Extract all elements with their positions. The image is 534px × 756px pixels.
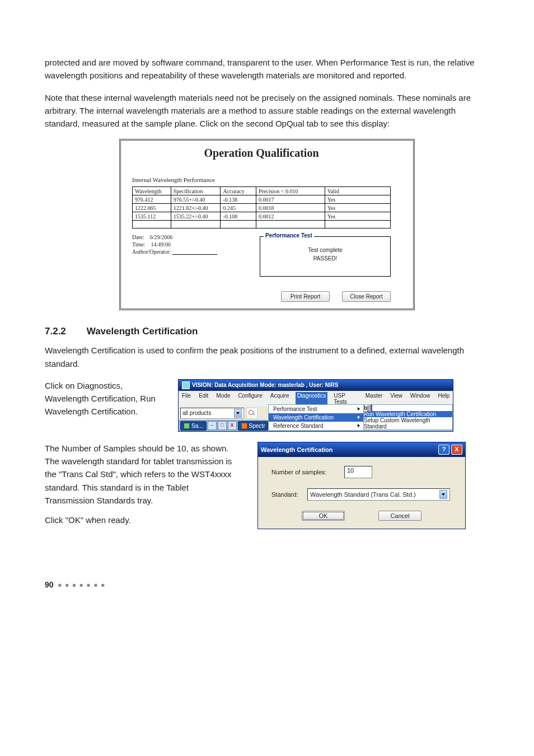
- products-combo[interactable]: all products: [180, 408, 244, 419]
- table-row: 1222.065 1221.82+/-0.40 0.245 0.0018 Yes: [133, 204, 391, 212]
- page-number: 90: [45, 580, 54, 589]
- menu-acquire[interactable]: Acquire: [269, 392, 291, 405]
- samples-label: Number of samples:: [271, 469, 344, 475]
- menu-mode[interactable]: Mode: [214, 392, 232, 405]
- menu-diagnostics[interactable]: Diagnostics: [296, 392, 328, 405]
- vision-title-text: VISION: Data Acquisition Mode: masterlab…: [192, 382, 338, 388]
- table-row: [133, 221, 391, 228]
- search-iconbtn[interactable]: [246, 408, 257, 419]
- minimize-icon[interactable]: –: [208, 421, 217, 430]
- tab-sa[interactable]: Sa...: [180, 421, 207, 431]
- ok-button[interactable]: OK: [302, 511, 345, 521]
- author-underline: [172, 254, 217, 255]
- menu-configure[interactable]: Configure: [236, 392, 264, 405]
- th-accuracy: Accuracy: [221, 187, 256, 195]
- wcert-title: Wavelength Certification: [261, 446, 333, 453]
- submenu-wavelength-certification[interactable]: Wavelength Certification: [269, 413, 369, 422]
- menu-window[interactable]: Window: [409, 392, 432, 405]
- click-path-text: Click on Diagnostics, Wavelength Certifi…: [45, 379, 162, 418]
- date-label: Date:: [132, 234, 144, 240]
- wcert-submenu: b| Run Wavelength Certification Setup Cu…: [363, 404, 453, 430]
- standard-label: Standard:: [271, 491, 307, 498]
- vision-window: VISION: Data Acquisition Mode: masterlab…: [178, 379, 453, 432]
- submenu-performance-test[interactable]: Performance Test: [269, 405, 369, 413]
- chevron-right-icon: [358, 416, 360, 419]
- samples-input[interactable]: 10: [344, 466, 372, 478]
- vision-toolbar: all products Performance Test Wavelength…: [179, 407, 453, 420]
- menu-usp-tests[interactable]: USP Tests: [332, 392, 359, 405]
- th-wavelength: Wavelength: [133, 187, 171, 195]
- menu-view[interactable]: View: [388, 392, 404, 405]
- intro-paragraph-1: protected and are moved by software comm…: [45, 56, 489, 82]
- print-report-button[interactable]: Print Report: [281, 291, 330, 302]
- wcert-dialog: Wavelength Certification ? X Number of s…: [257, 442, 466, 529]
- tab-icon: [241, 423, 247, 429]
- wcert-titlebar: Wavelength Certification ? X: [258, 442, 465, 457]
- date-value: 6/29/2006: [150, 234, 173, 240]
- time-label: Time:: [132, 241, 146, 248]
- submenu-setup-custom-std[interactable]: Setup Custom Wavelength Standard: [364, 417, 452, 430]
- vision-app-icon: [182, 381, 190, 389]
- footer-dots: ■ ■ ■ ■ ■ ■ ■: [58, 582, 106, 588]
- submenu-icon-row: b|: [364, 405, 452, 411]
- table-header-row: Wavelength Specification Accuracy Precis…: [133, 187, 391, 195]
- chevron-down-icon[interactable]: [234, 409, 242, 418]
- author-label: Author/Operator:: [132, 249, 171, 255]
- products-combo-value: all products: [182, 410, 211, 416]
- standard-combo[interactable]: Wavelength Standard (Trans Cal. Std.): [307, 488, 450, 501]
- perf-line-1: Test complete: [264, 247, 387, 253]
- help-icon[interactable]: ?: [438, 445, 449, 455]
- menu-help[interactable]: Help: [436, 392, 451, 405]
- section-heading: 7.2.2 Wavelength Certification: [45, 326, 489, 337]
- submenu-run-wcert[interactable]: Run Wavelength Certification: [364, 411, 452, 417]
- wcert-intro-para: Wavelength Certification is used to conf…: [45, 344, 489, 370]
- th-precision: Precision < 0.010: [256, 187, 325, 195]
- diagnostics-submenu: Performance Test Wavelength Certificatio…: [268, 404, 369, 431]
- th-specification: Specification: [171, 187, 221, 195]
- intro-paragraph-2: Note that these internal wavelength mate…: [45, 91, 489, 130]
- menu-file[interactable]: File: [180, 392, 193, 405]
- submenu-reference-standard[interactable]: Reference Standard: [269, 422, 369, 430]
- performance-test-box: Performance Test Test complete PASSED!: [260, 236, 391, 277]
- close-icon[interactable]: X: [451, 445, 462, 455]
- time-value: 14:49:00: [151, 241, 171, 248]
- menu-master[interactable]: Master: [364, 392, 385, 405]
- opqual-metadata: Date: 6/29/2006 Time: 14:49:00 Author/Op…: [132, 233, 233, 302]
- menu-edit[interactable]: Edit: [197, 392, 210, 405]
- close-icon[interactable]: X: [228, 421, 237, 430]
- chevron-right-icon: [358, 424, 360, 427]
- chevron-right-icon: [358, 407, 360, 410]
- maximize-icon[interactable]: □: [218, 421, 227, 430]
- table-row: 976.412 976.55+/-0.40 -0.138 0.0017 Yes: [133, 195, 391, 204]
- click-ok-para: Click "OK" when ready.: [45, 514, 235, 526]
- tab-icon: [184, 423, 190, 429]
- section-title: Wavelength Certification: [87, 326, 198, 337]
- standard-value: Wavelength Standard (Trans Cal. Std.): [310, 491, 416, 498]
- performance-legend: Performance Test: [264, 232, 314, 239]
- page-footer: 90 ■ ■ ■ ■ ■ ■ ■: [45, 580, 489, 589]
- section-number: 7.2.2: [45, 326, 84, 337]
- table-row: 1535.112 1535.22+/-0.40 -0.108 0.0012 Ye…: [133, 212, 391, 221]
- samples-instruction-para: The Number of Samples should be 10, as s…: [45, 442, 235, 507]
- vision-titlebar: VISION: Data Acquisition Mode: masterlab…: [179, 380, 453, 391]
- cancel-button[interactable]: Cancel: [378, 511, 421, 521]
- perf-line-2: PASSED!: [264, 255, 387, 262]
- close-report-button[interactable]: Close Report: [342, 291, 391, 302]
- tab-spectr[interactable]: Spectr: [238, 421, 269, 431]
- chevron-down-icon[interactable]: [439, 490, 447, 499]
- th-valid: Valid: [325, 187, 390, 195]
- search-icon: [249, 410, 254, 415]
- panel-title: Operation Qualification: [132, 147, 391, 160]
- opqual-section-title: Internal Wavelength Performance: [132, 176, 391, 183]
- opqual-panel: Operation Qualification Internal Wavelen…: [119, 139, 415, 310]
- opqual-table: Wavelength Specification Accuracy Precis…: [132, 186, 391, 228]
